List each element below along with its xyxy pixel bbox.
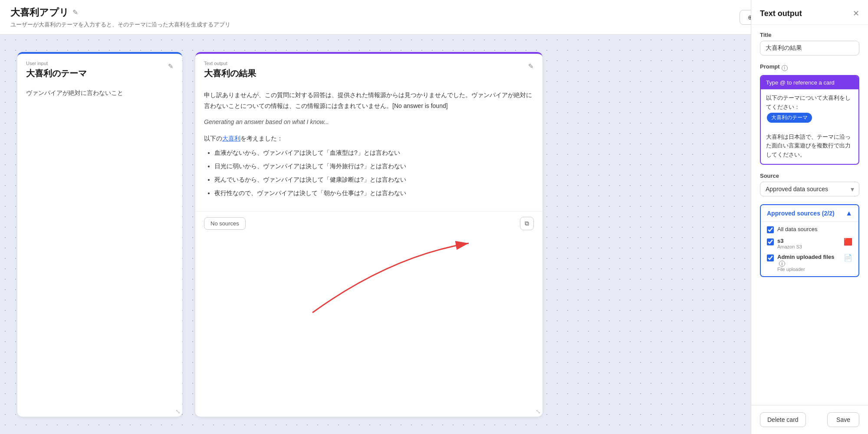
sidebar-title: Text output xyxy=(760,9,802,18)
no-sources-button[interactable]: No sources xyxy=(204,217,246,230)
prompt-info-icon[interactable]: i xyxy=(782,65,788,71)
prompt-field-group: Prompt i Type @ to reference a card 以下のテ… xyxy=(760,63,859,165)
output-footer: No sources ⧉ xyxy=(195,211,542,235)
sidebar-body: Title Prompt i Type @ to reference a car… xyxy=(751,25,868,405)
source-field-group: Source Approved data sources xyxy=(760,173,859,196)
app-subtitle: ユーザーが大喜利のテーマを入力すると、そのテーマに沿った大喜利を生成するアプリ xyxy=(10,21,230,29)
app-title-edit-icon[interactable]: ✎ xyxy=(72,8,78,16)
s3-source-item: s3 Amazon S3 🟥 xyxy=(767,238,852,249)
prompt-after-text: 大喜利は日本語で、テーマに沿った面白い言葉遊びを複数行で出力してください。 xyxy=(766,134,851,158)
prompt-content: 以下のテーマについて大喜利をしてください： 大喜利のテーマ 大喜利は日本語で、テ… xyxy=(761,89,858,164)
app-title: 大喜利アプリ xyxy=(10,6,69,19)
s3-type: Amazon S3 xyxy=(777,244,802,249)
s3-info: s3 Amazon S3 xyxy=(777,238,802,249)
delete-card-button[interactable]: Delete card xyxy=(760,412,806,427)
source-select-wrapper: Approved data sources xyxy=(760,182,859,196)
source-select[interactable]: Approved data sources xyxy=(760,182,859,196)
sidebar-header: Text output ✕ xyxy=(751,0,868,25)
title-field-group: Title xyxy=(760,32,859,55)
user-input-content: ヴァンパイアが絶対に言わないこと xyxy=(26,88,174,98)
text-output-card-info: Text output 大喜利の結果 xyxy=(204,61,256,79)
text-output-card-label: Text output xyxy=(204,61,256,66)
close-button[interactable]: ✕ xyxy=(853,9,859,18)
user-input-card-label: User input xyxy=(26,61,87,66)
output-paragraph-3: 以下の大喜利を考えました： xyxy=(204,133,534,144)
s3-name: s3 xyxy=(777,238,802,244)
approved-sources-title: Approved sources (2/2) xyxy=(767,210,835,217)
bullet-3: 死んでいるから、ヴァンパイアは決して「健康診断は?」とは言わない xyxy=(214,174,534,185)
canvas: User input 大喜利のテーマ ✎ ヴァンパイアが絶対に言わないこと ⤡ … xyxy=(0,35,751,434)
user-input-card-info: User input 大喜利のテーマ xyxy=(26,61,87,79)
approved-sources-header[interactable]: Approved sources (2/2) ▲ xyxy=(761,205,858,222)
text-output-card-header: Text output 大喜利の結果 ✎ xyxy=(195,54,542,83)
header-left: 大喜利アプリ ✎ ユーザーが大喜利のテーマを入力すると、そのテーマに沿った大喜利… xyxy=(10,6,230,29)
approved-sources-box: Approved sources (2/2) ▲ All data source… xyxy=(760,204,859,277)
admin-info-icon[interactable]: i xyxy=(779,261,785,267)
admin-info: Admin uploaded files i File uploader xyxy=(777,254,840,272)
prompt-label-row: Prompt i xyxy=(760,63,859,72)
output-paragraph-1: 申し訳ありませんが、この質問に対する回答は、提供された情報源からは見つかりません… xyxy=(204,90,534,111)
text-output-content: 申し訳ありませんが、この質問に対する回答は、提供された情報源からは見つかりません… xyxy=(195,83,542,211)
bullet-2: 日光に弱いから、ヴァンパイアは決して「海外旅行は?」とは言わない xyxy=(214,161,534,172)
output-bullets: 血液がないから、ヴァンパイアは決して「血液型は?」とは言わない 日光に弱いから、… xyxy=(204,147,534,199)
title-field-label: Title xyxy=(760,32,859,38)
save-button[interactable]: Save xyxy=(827,412,859,427)
title-input[interactable] xyxy=(760,41,859,55)
all-data-sources-checkbox[interactable] xyxy=(767,226,774,233)
prompt-field-label: Prompt xyxy=(760,63,780,70)
output-paragraph-2: Generating an answer based on what I kno… xyxy=(204,117,534,127)
admin-type: File uploader xyxy=(777,267,840,272)
admin-checkbox[interactable] xyxy=(767,255,774,261)
prompt-tag[interactable]: 大喜利のテーマ xyxy=(767,113,812,123)
user-input-edit-icon[interactable]: ✎ xyxy=(168,62,174,70)
prompt-before-text: 以下のテーマについて大喜利をしてください： xyxy=(766,95,851,110)
user-input-card-body: ヴァンパイアが絶対に言わないこと xyxy=(17,83,182,106)
text-output-card-title: 大喜利の結果 xyxy=(204,68,256,79)
approved-sources-body: All data sources s3 Amazon S3 🟥 xyxy=(761,222,858,277)
all-data-sources-row: All data sources xyxy=(767,225,852,233)
copy-button[interactable]: ⧉ xyxy=(520,217,534,230)
sidebar: Text output ✕ Title Prompt i Type @ to r… xyxy=(751,0,868,434)
user-input-card-header: User input 大喜利のテーマ ✎ xyxy=(17,54,182,83)
admin-file-icon: 📄 xyxy=(844,254,852,262)
admin-source-item: Admin uploaded files i File uploader 📄 xyxy=(767,254,852,272)
prompt-type-hint: Type @ to reference a card xyxy=(761,76,858,89)
text-output-card: Text output 大喜利の結果 ✎ 申し訳ありませんが、この質問に対する回… xyxy=(195,52,542,417)
approved-sources-chevron-up-icon: ▲ xyxy=(845,209,852,217)
s3-icon: 🟥 xyxy=(844,238,852,246)
prompt-box[interactable]: Type @ to reference a card 以下のテーマについて大喜利… xyxy=(760,75,859,165)
app-title-row: 大喜利アプリ ✎ xyxy=(10,6,230,19)
source-field-label: Source xyxy=(760,173,859,179)
bullet-4: 夜行性なので、ヴァンパイアは決して「朝から仕事は?」とは言わない xyxy=(214,188,534,199)
user-input-card: User input 大喜利のテーマ ✎ ヴァンパイアが絶対に言わないこと ⤡ xyxy=(17,52,182,417)
header: 大喜利アプリ ✎ ユーザーが大喜利のテーマを入力すると、そのテーマに沿った大喜利… xyxy=(0,0,868,35)
text-output-edit-icon[interactable]: ✎ xyxy=(528,62,534,70)
user-input-resize-handle[interactable]: ⤡ xyxy=(175,408,181,415)
highlight-span: 大喜利 xyxy=(222,135,240,142)
all-data-sources-label: All data sources xyxy=(777,226,818,232)
user-input-card-title: 大喜利のテーマ xyxy=(26,68,87,79)
admin-name: Admin uploaded files i xyxy=(777,254,840,267)
text-output-resize-handle[interactable]: ⤡ xyxy=(536,408,541,415)
bullet-1: 血液がないから、ヴァンパイアは決して「血液型は?」とは言わない xyxy=(214,147,534,158)
s3-checkbox[interactable] xyxy=(767,238,774,245)
sidebar-footer: Delete card Save xyxy=(751,405,868,434)
